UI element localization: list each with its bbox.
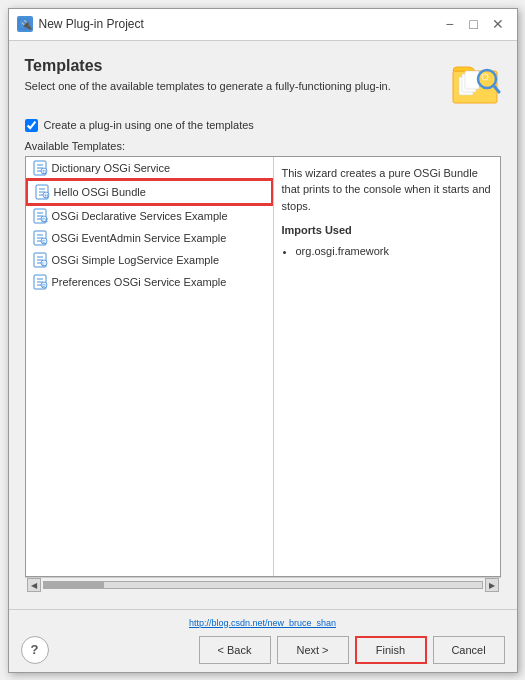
svg-text:🔌: 🔌 (21, 19, 32, 31)
next-button[interactable]: Next > (277, 636, 349, 664)
template-item-declarative[interactable]: DS OSGi Declarative Services Example (26, 205, 273, 227)
template-item-dictionary[interactable]: D Dictionary OSGi Service (26, 157, 273, 179)
scrollbar-track[interactable] (43, 581, 483, 589)
button-row: ? < Back Next > Finish Cancel (21, 636, 505, 664)
template-icon-logservice: L (32, 252, 48, 268)
dialog-window: 🔌 New Plug-in Project − □ ✕ Templates Se… (8, 8, 518, 673)
template-label-eventadmin: OSGi EventAdmin Service Example (52, 232, 227, 244)
template-item-preferences[interactable]: P Preferences OSGi Service Example (26, 271, 273, 293)
create-plugin-label[interactable]: Create a plug-in using one of the templa… (44, 119, 254, 131)
bottom-bar: http://blog.csdn.net/new_bruce_shan ? < … (9, 609, 517, 672)
scrollbar-thumb[interactable] (44, 582, 104, 588)
templates-container: D Dictionary OSGi Service (25, 156, 501, 577)
template-label-logservice: OSGi Simple LogService Example (52, 254, 220, 266)
dialog-icon: 🔌 (17, 16, 33, 32)
imports-list: org.osgi.framework (296, 243, 492, 260)
minimize-button[interactable]: − (439, 13, 461, 35)
template-list[interactable]: D Dictionary OSGi Service (26, 157, 274, 576)
scroll-right-button[interactable]: ▶ (485, 578, 499, 592)
templates-section-label: Available Templates: (25, 140, 501, 152)
description-text: This wizard creates a pure OSGi Bundle t… (282, 167, 491, 212)
help-button[interactable]: ? (21, 636, 49, 664)
template-icon-eventadmin: E (32, 230, 48, 246)
horizontal-scrollbar[interactable]: ◀ ▶ (25, 577, 501, 593)
back-button[interactable]: < Back (199, 636, 271, 664)
page-title: Templates (25, 57, 437, 75)
nav-buttons: < Back Next > Finish Cancel (199, 636, 505, 664)
svg-text:D: D (42, 168, 46, 174)
title-bar: 🔌 New Plug-in Project − □ ✕ (9, 9, 517, 41)
template-label-preferences: Preferences OSGi Service Example (52, 276, 227, 288)
finish-button[interactable]: Finish (355, 636, 427, 664)
title-bar-left: 🔌 New Plug-in Project (17, 16, 144, 32)
svg-text:L: L (42, 260, 45, 266)
template-label-hello: Hello OSGi Bundle (54, 186, 146, 198)
template-label-declarative: OSGi Declarative Services Example (52, 210, 228, 222)
template-item-eventadmin[interactable]: E OSGi EventAdmin Service Example (26, 227, 273, 249)
create-plugin-checkbox-row: Create a plug-in using one of the templa… (25, 119, 501, 132)
header-left: Templates Select one of the available te… (25, 57, 437, 94)
close-button[interactable]: ✕ (487, 13, 509, 35)
title-bar-controls: − □ ✕ (439, 13, 509, 35)
dialog-title: New Plug-in Project (39, 17, 144, 31)
page-subtitle: Select one of the available templates to… (25, 79, 437, 94)
footer-url[interactable]: http://blog.csdn.net/new_bruce_shan (21, 618, 505, 628)
content-area: Templates Select one of the available te… (9, 41, 517, 609)
template-icon-dictionary: D (32, 160, 48, 176)
header-folder-icon (449, 57, 501, 109)
template-icon-preferences: P (32, 274, 48, 290)
page-header: Templates Select one of the available te… (25, 57, 501, 109)
cancel-button[interactable]: Cancel (433, 636, 505, 664)
imports-title: Imports Used (282, 222, 492, 239)
template-item-hello[interactable]: H Hello OSGi Bundle (26, 179, 273, 205)
template-description: This wizard creates a pure OSGi Bundle t… (274, 157, 500, 576)
create-plugin-checkbox[interactable] (25, 119, 38, 132)
svg-text:DS: DS (42, 216, 48, 222)
template-icon-hello: H (34, 184, 50, 200)
template-label-dictionary: Dictionary OSGi Service (52, 162, 171, 174)
maximize-button[interactable]: □ (463, 13, 485, 35)
template-icon-declarative: DS (32, 208, 48, 224)
template-item-logservice[interactable]: L OSGi Simple LogService Example (26, 249, 273, 271)
import-item: org.osgi.framework (296, 243, 492, 260)
scroll-left-button[interactable]: ◀ (27, 578, 41, 592)
svg-text:H: H (44, 192, 48, 198)
